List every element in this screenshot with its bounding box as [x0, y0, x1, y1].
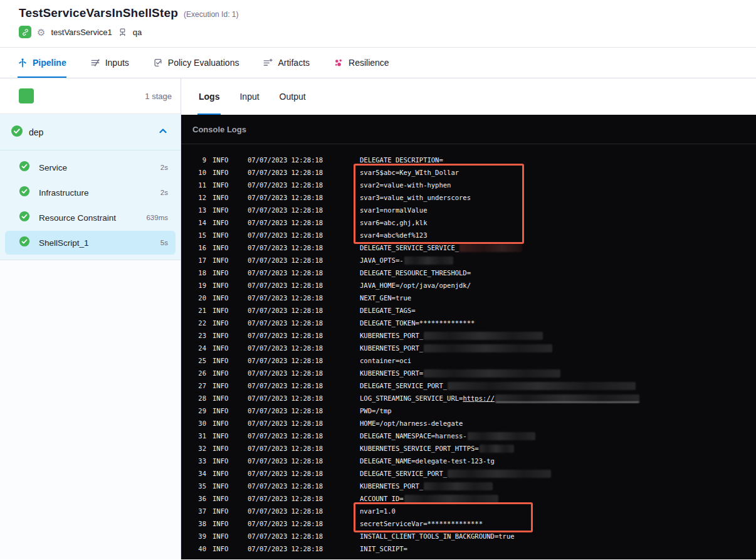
stage-card: dep Service 2s	[0, 114, 181, 260]
log-message: NEXT_GEN=true	[360, 294, 411, 302]
log-timestamp: 07/07/2023 12:28:18	[248, 156, 324, 164]
tab-inputs[interactable]: Inputs	[90, 48, 129, 78]
log-line: 25INFO07/07/2023 12:28:18container=oci	[181, 354, 756, 367]
log-timestamp: 07/07/2023 12:28:18	[248, 445, 324, 452]
tab-output[interactable]: Output	[278, 78, 307, 115]
step-item-infrastructure[interactable]: Infrastructure 2s	[5, 181, 176, 204]
log-timestamp: 07/07/2023 12:28:18	[248, 545, 324, 552]
log-text: svar5$abc=Key_WIth_Dollar	[360, 169, 459, 176]
log-line: 28INFO07/07/2023 12:28:18LOG_STREAMING_S…	[181, 392, 756, 404]
log-message: DELEGATE_SERVICE_SERVICE_	[360, 244, 522, 252]
log-line: 13INFO07/07/2023 12:28:18svar1=normalVal…	[181, 204, 756, 216]
redacted-block	[459, 244, 522, 252]
step-details-panel: Logs Input Output Console Logs 9INFO07/0…	[181, 78, 756, 559]
redacted-block	[448, 382, 636, 390]
console-title: Console Logs	[192, 125, 246, 134]
tab-label: Inputs	[105, 58, 129, 68]
tab-input[interactable]: Input	[238, 78, 260, 115]
log-timestamp: 07/07/2023 12:28:18	[248, 282, 324, 289]
line-number: 17	[189, 256, 206, 264]
log-level: INFO	[213, 420, 236, 427]
line-number: 9	[189, 156, 206, 164]
log-line: 30INFO07/07/2023 12:28:18HOME=/opt/harne…	[181, 417, 756, 430]
tab-resilience[interactable]: Resilience	[333, 48, 389, 78]
log-timestamp: 07/07/2023 12:28:18	[248, 269, 324, 277]
log-text: svar2=value-with-hyphen	[360, 181, 451, 189]
step-item-resource-constraint[interactable]: Resource Constraint 639ms	[5, 206, 176, 230]
log-message: KUBERNETES_PORT_	[360, 332, 543, 340]
line-number: 10	[189, 169, 206, 176]
log-line: 38INFO07/07/2023 12:28:18secretServiceVa…	[181, 517, 756, 530]
log-level: INFO	[213, 407, 236, 415]
line-number: 38	[189, 520, 206, 527]
log-timestamp: 07/07/2023 12:28:18	[248, 357, 324, 364]
log-line: 20INFO07/07/2023 12:28:18NEXT_GEN=true	[181, 292, 756, 304]
log-timestamp: 07/07/2023 12:28:18	[248, 194, 324, 201]
environment-icon	[118, 28, 127, 37]
log-message: nvar1=1.0	[360, 507, 396, 515]
log-message: svar6=abc,ghj,klk	[360, 219, 427, 226]
step-item-service[interactable]: Service 2s	[5, 156, 176, 179]
log-text: JAVA_HOME=/opt/java/openjdk/	[360, 282, 471, 289]
stage-header-dep[interactable]: dep	[0, 114, 181, 151]
execution-id-label: (Execution Id: 1)	[184, 10, 238, 19]
log-level: INFO	[213, 369, 236, 377]
log-text: DELEGATE_SERVICE_PORT_	[360, 470, 447, 477]
log-line: 24INFO07/07/2023 12:28:18KUBERNETES_PORT…	[181, 342, 756, 354]
tab-logs[interactable]: Logs	[197, 78, 221, 115]
log-timestamp: 07/07/2023 12:28:18	[248, 482, 324, 490]
log-timestamp: 07/07/2023 12:28:18	[248, 394, 324, 402]
log-line: 21INFO07/07/2023 12:28:18DELEGATE_TAGS=	[181, 304, 756, 317]
tab-label: Pipeline	[33, 58, 66, 68]
success-check-icon	[11, 125, 23, 140]
gear-icon: ⚙	[37, 28, 45, 37]
resilience-icon	[333, 58, 344, 68]
log-text: KUBERNETES_SERVICE_PORT_HTTPS=	[360, 445, 479, 452]
log-message: PWD=/tmp	[360, 407, 392, 415]
success-check-icon	[19, 161, 30, 174]
log-level: INFO	[213, 394, 236, 402]
log-line: 15INFO07/07/2023 12:28:18svar4=abc%def%1…	[181, 229, 756, 241]
log-timestamp: 07/07/2023 12:28:18	[248, 294, 324, 302]
log-text: svar3=value_with_underscores	[360, 194, 471, 201]
line-number: 23	[189, 332, 206, 339]
log-timestamp: 07/07/2023 12:28:18	[248, 244, 324, 251]
step-duration: 2s	[160, 189, 168, 196]
log-message: KUBERNETES_PORT_	[360, 482, 493, 490]
step-item-shellscript-1[interactable]: ShellScript_1 5s	[5, 231, 176, 255]
line-number: 15	[189, 231, 206, 239]
log-text: NEXT_GEN=true	[360, 294, 411, 302]
line-number: 14	[189, 219, 206, 226]
log-rows[interactable]: 9INFO07/07/2023 12:28:18DELEGATE_DESCRIP…	[181, 144, 756, 555]
main-tabbar: Pipeline Inputs Policy Evaluations	[0, 48, 756, 78]
redacted-block	[424, 332, 543, 340]
tab-pipeline[interactable]: Pipeline	[18, 48, 66, 78]
step-duration: 2s	[160, 164, 168, 171]
stage-summary-row: 1 stage	[0, 78, 181, 114]
line-number: 39	[189, 532, 206, 540]
line-number: 19	[189, 282, 206, 289]
log-level: INFO	[213, 344, 236, 352]
step-label: Resource Constraint	[39, 213, 137, 223]
stage-status-square[interactable]	[19, 88, 34, 103]
log-message: DELEGATE_SERVICE_PORT_	[360, 382, 636, 390]
tab-policy-evaluations[interactable]: Policy Evaluations	[153, 48, 239, 78]
log-timestamp: 07/07/2023 12:28:18	[248, 420, 324, 427]
log-text: DELEGATE_NAMESPACE=harness-	[360, 432, 467, 440]
log-timestamp: 07/07/2023 12:28:18	[248, 219, 324, 226]
chevron-up-icon[interactable]	[158, 126, 168, 139]
log-message: LOG_STREAMING_SERVICE_URL=https://	[360, 394, 639, 403]
service-link-icon	[19, 26, 31, 38]
log-text: KUBERNETES_PORT_	[360, 332, 423, 339]
log-line: 36INFO07/07/2023 12:28:18ACCOUNT_ID=	[181, 492, 756, 505]
redacted-block	[495, 394, 639, 403]
tab-artifacts[interactable]: Artifacts	[263, 48, 310, 78]
log-text: DELEGATE_SERVICE_PORT_	[360, 382, 447, 389]
log-link[interactable]: https://	[463, 394, 495, 402]
log-line: 10INFO07/07/2023 12:28:18svar5$abc=Key_W…	[181, 166, 756, 179]
line-number: 27	[189, 382, 206, 389]
page-header: TestServiceVarsInShellStep (Execution Id…	[0, 0, 756, 48]
line-number: 26	[189, 369, 206, 377]
execution-sidebar: 1 stage dep	[0, 78, 181, 559]
log-text: LOG_STREAMING_SERVICE_URL=	[360, 394, 463, 402]
